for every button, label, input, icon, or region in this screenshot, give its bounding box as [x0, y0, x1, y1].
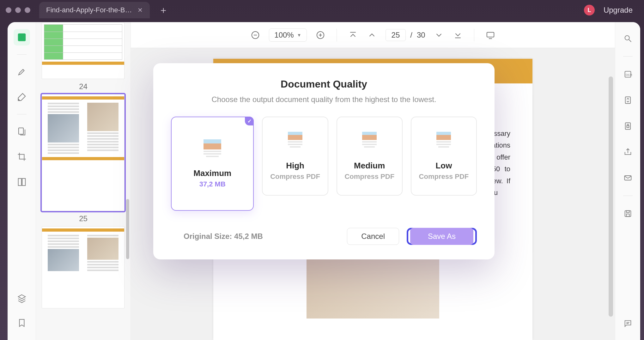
first-page-button[interactable] [348, 30, 358, 40]
thumbnail-page-number: 25 [42, 214, 125, 223]
page-separator: / [410, 31, 412, 39]
edit-text-tool-button[interactable] [14, 89, 30, 105]
compare-tool-button[interactable] [14, 174, 30, 190]
quality-option-meta: Compress PDF [344, 173, 394, 181]
total-pages: 30 [417, 31, 425, 39]
svg-rect-6 [22, 179, 25, 186]
dialog-title: Document Quality [171, 78, 477, 90]
current-page-input[interactable]: 25 [386, 29, 406, 41]
zoom-in-button[interactable] [315, 30, 326, 40]
thumbnail-panel: 24 25 [36, 22, 131, 340]
original-size-label: Original Size: 45,2 MB [184, 232, 263, 241]
quality-thumb-icon [201, 139, 224, 162]
maximize-window-icon[interactable] [25, 7, 30, 13]
thumbnail-scrollbar[interactable] [126, 22, 129, 340]
thumbnail-page-selected[interactable]: 25 [42, 94, 125, 223]
quality-option-meta: Compress PDF [270, 173, 320, 181]
zoom-out-button[interactable] [250, 30, 261, 40]
minimize-window-icon[interactable] [15, 7, 21, 13]
quality-thumb-icon [284, 132, 307, 155]
highlighter-tool-button[interactable] [14, 64, 30, 80]
thumbnail-page[interactable]: 24 [42, 22, 125, 91]
share-button[interactable] [620, 144, 636, 160]
ocr-button[interactable]: OCR [620, 66, 636, 82]
quality-option-low[interactable]: Low Compress PDF [411, 117, 477, 196]
quality-option-name: Maximum [193, 168, 231, 178]
svg-rect-3 [22, 38, 24, 39]
thumbnail-page-number: 24 [42, 82, 125, 91]
svg-rect-24 [625, 211, 631, 217]
svg-rect-21 [625, 123, 630, 130]
quality-thumb-icon [358, 132, 381, 155]
layers-button[interactable] [14, 290, 30, 307]
svg-point-16 [625, 36, 629, 40]
svg-text:OCR: OCR [626, 73, 632, 76]
save-button[interactable] [620, 205, 636, 222]
document-scrollbar[interactable] [609, 76, 613, 337]
quality-option-maximum[interactable]: Maximum 37,2 MB [171, 117, 254, 211]
svg-rect-25 [626, 211, 629, 213]
left-toolbar [8, 22, 36, 340]
svg-rect-5 [18, 179, 21, 186]
document-tab[interactable]: Find-and-Apply-For-the-B… ✕ [39, 2, 150, 18]
new-tab-button[interactable]: ＋ [159, 4, 168, 17]
svg-rect-20 [625, 97, 630, 104]
right-toolbar: OCR [615, 22, 640, 340]
presentation-mode-button[interactable] [485, 30, 496, 40]
protect-button[interactable] [620, 118, 636, 134]
quality-option-high[interactable]: High Compress PDF [262, 117, 328, 196]
quality-option-name: High [286, 161, 304, 171]
quality-option-meta: Compress PDF [419, 173, 469, 181]
dialog-subtitle: Choose the output document quality from … [171, 95, 477, 104]
svg-rect-22 [627, 126, 629, 128]
convert-button[interactable] [620, 92, 636, 108]
close-window-icon[interactable] [6, 7, 11, 13]
workspace: 24 25 [8, 22, 640, 340]
next-page-button[interactable] [434, 30, 444, 40]
save-as-highlight: Save As [407, 228, 477, 245]
page-organize-button[interactable] [14, 123, 30, 140]
close-tab-icon[interactable]: ✕ [137, 6, 143, 14]
selected-check-icon [245, 117, 254, 125]
window-controls[interactable] [6, 7, 30, 13]
chevron-down-icon: ▼ [297, 33, 301, 38]
search-button[interactable] [620, 30, 636, 47]
svg-rect-1 [19, 35, 21, 40]
tab-title: Find-and-Apply-For-the-B… [46, 6, 132, 14]
comments-button[interactable] [620, 315, 636, 332]
dialog-footer: Original Size: 45,2 MB Cancel Save As [171, 228, 477, 245]
crop-tool-button[interactable] [14, 149, 30, 165]
user-avatar[interactable]: L [584, 5, 595, 15]
thumbnail-page[interactable] [42, 226, 125, 308]
zoom-value: 100% [274, 31, 294, 39]
quality-thumb-icon [432, 132, 455, 155]
page-indicator: 25 / 30 [386, 29, 425, 41]
thumbnails-panel-button[interactable] [14, 29, 30, 46]
view-toolbar: 100% ▼ 25 / 30 [131, 22, 615, 48]
quality-option-medium[interactable]: Medium Compress PDF [337, 117, 403, 196]
quality-option-name: Medium [354, 161, 385, 171]
save-as-button[interactable]: Save As [410, 228, 473, 245]
bookmark-button[interactable] [14, 315, 30, 331]
svg-rect-26 [626, 214, 629, 216]
svg-rect-2 [22, 35, 24, 37]
prev-page-button[interactable] [367, 30, 377, 40]
titlebar: Find-and-Apply-For-the-B… ✕ ＋ L Upgrade [0, 0, 644, 20]
email-button[interactable] [620, 170, 636, 186]
last-page-button[interactable] [453, 30, 463, 40]
svg-rect-4 [19, 128, 23, 134]
svg-rect-23 [624, 176, 631, 180]
upgrade-link[interactable]: Upgrade [604, 6, 633, 15]
svg-line-17 [629, 40, 631, 42]
quality-options: Maximum 37,2 MB High Compress PDF Medium… [171, 117, 477, 211]
quality-option-name: Low [435, 161, 452, 171]
zoom-select[interactable]: 100% ▼ [269, 28, 307, 42]
document-quality-dialog: Document Quality Choose the output docum… [153, 63, 495, 259]
cancel-button[interactable]: Cancel [347, 228, 399, 245]
svg-rect-14 [487, 32, 494, 37]
quality-option-meta: 37,2 MB [199, 180, 226, 188]
